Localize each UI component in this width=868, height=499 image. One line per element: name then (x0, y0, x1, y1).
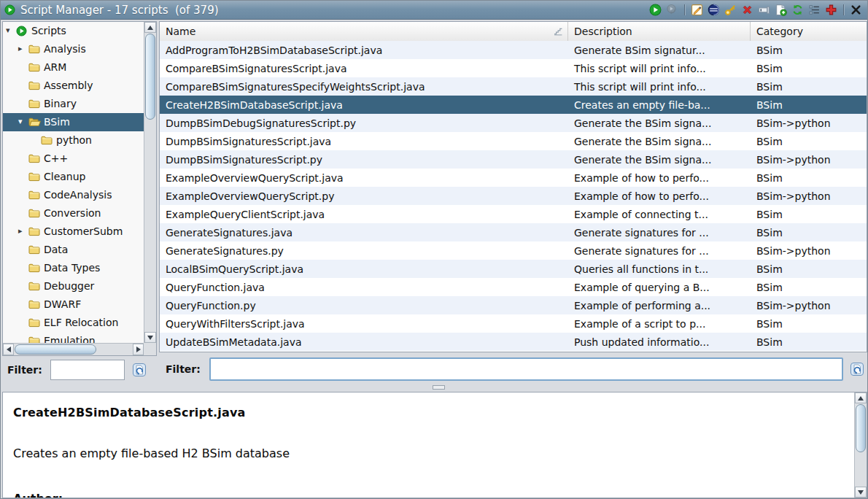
edit-in-eclipse-button[interactable] (707, 3, 721, 17)
cell-name: QueryFunction.java (160, 278, 568, 296)
table-row[interactable]: DumpBSimSignaturesScript.pyGenerate the … (160, 150, 867, 169)
tree-filter-input[interactable] (50, 360, 125, 380)
detail-vertical-scrollbar[interactable] (854, 392, 867, 498)
tree-item-analysis[interactable]: ▸Analysis (3, 40, 144, 58)
table-row[interactable]: GenerateSignatures.javaGenerate signatur… (160, 223, 867, 241)
tree-item-dwarf[interactable]: DWARF (3, 295, 144, 314)
script-description-panel: CreateH2BSimDatabaseScript.java Creates … (2, 392, 867, 498)
tree-item-bsim[interactable]: ▾BSim (3, 113, 144, 131)
folder-icon (28, 244, 40, 255)
script-directories-icon (808, 4, 821, 16)
delete-script-button[interactable] (740, 3, 754, 17)
assign-key-binding-button[interactable] (724, 3, 737, 17)
tree-item-label: C++ (44, 152, 68, 164)
titlebar[interactable]: Script Manager - 17 scripts (of 379) (1, 1, 867, 20)
cell-description: Example of querying a B... (568, 278, 751, 296)
table-row[interactable]: CompareBSimSignaturesSpecifyWeightsScrip… (160, 77, 867, 96)
table-row[interactable]: UpdateBSimMetadata.javaPush updated info… (160, 333, 867, 351)
scroll-down-button[interactable] (855, 487, 867, 498)
tree-filter-bar: Filter: (1, 356, 158, 383)
tree-item-python[interactable]: python (3, 131, 144, 150)
table-row[interactable]: DumpBSimDebugSignaturesScript.pyGenerate… (160, 114, 867, 132)
table-row[interactable]: QueryFunction.javaExample of querying a … (160, 278, 867, 296)
tree-item-data-types[interactable]: Data Types (3, 259, 144, 277)
cell-description: This script will print info... (568, 77, 751, 96)
tree-item-arm[interactable]: ARM (3, 58, 144, 77)
cell-description: Example of connecting t... (568, 205, 751, 223)
collapse-icon[interactable]: ▾ (6, 26, 10, 35)
tree-item-elf-relocation[interactable]: ELF Relocation (3, 314, 144, 332)
tree-scrollbar-thumb[interactable] (145, 34, 155, 120)
tree-item-assembly[interactable]: Assembly (3, 77, 144, 95)
tree-item-customersubm[interactable]: ▸CustomerSubm (3, 223, 144, 241)
table-row[interactable]: QueryWithFiltersScript.javaExample of a … (160, 314, 867, 333)
new-script-button[interactable] (774, 3, 788, 17)
scroll-up-button[interactable] (144, 22, 156, 33)
tree-item-c[interactable]: C++ (3, 150, 144, 168)
splitter[interactable] (1, 383, 867, 392)
tree-item-scripts[interactable]: ▾Scripts (3, 22, 144, 40)
tree-item-emulation[interactable]: Emulation (3, 332, 144, 343)
tree-item-cleanup[interactable]: Cleanup (3, 168, 144, 186)
refresh-scripts-icon (791, 4, 804, 16)
cell-category: BSim->python (751, 150, 867, 169)
tree-item-codeanalysis[interactable]: CodeAnalysis (3, 186, 144, 204)
table-row[interactable]: ExampleOverviewQueryScript.javaExample o… (160, 169, 867, 187)
column-header-name[interactable]: Name (160, 22, 568, 41)
tree-item-label: CodeAnalysis (44, 189, 112, 201)
cell-name: CompareBSimSignaturesSpecifyWeightsScrip… (160, 77, 568, 96)
table-row[interactable]: LocalBSimQueryScript.javaQueries all fun… (160, 260, 867, 278)
scrollbar-corner (144, 343, 156, 355)
tree-filter-options-button[interactable] (132, 363, 147, 377)
column-header-description[interactable]: Description (568, 22, 751, 41)
rerun-last-script-button[interactable] (665, 3, 679, 17)
folder-icon (28, 62, 40, 72)
cell-name: CreateH2BSimDatabaseScript.java (160, 96, 568, 114)
scroll-up-button[interactable] (855, 392, 867, 403)
window-title: Script Manager - 17 scripts (of 379) (20, 4, 219, 17)
titlebar-toolbar (648, 3, 867, 17)
rename-script-button[interactable] (757, 3, 771, 17)
tree-horizontal-scrollbar[interactable] (3, 343, 144, 355)
collapse-icon[interactable]: ▾ (18, 117, 23, 126)
tree-item-label: Conversion (44, 207, 101, 219)
table-row[interactable]: CreateH2BSimDatabaseScript.javaCreates a… (160, 96, 867, 114)
cell-description: Generate signatures for ... (568, 223, 751, 241)
triangle-down-icon (147, 336, 153, 340)
tree-item-data[interactable]: Data (3, 241, 144, 259)
tree-hscrollbar-thumb[interactable] (15, 344, 96, 355)
close-window-button[interactable] (849, 3, 863, 17)
table-row[interactable]: DumpBSimSignaturesScript.javaGenerate th… (160, 132, 867, 150)
tree-item-conversion[interactable]: Conversion (3, 204, 144, 223)
scroll-right-button[interactable] (133, 344, 144, 355)
run-script-button[interactable] (648, 3, 662, 17)
cell-description: Generate the BSim signa... (568, 114, 751, 132)
table-row[interactable]: ExampleQueryClientScript.javaExample of … (160, 205, 867, 223)
script-directories-button[interactable] (807, 3, 821, 17)
table-filter-input[interactable] (209, 357, 843, 381)
column-header-category[interactable]: Category (751, 22, 867, 41)
folder-icon (41, 135, 53, 145)
tree-vertical-scrollbar[interactable] (144, 22, 156, 343)
scroll-down-button[interactable] (144, 332, 156, 343)
expand-icon[interactable]: ▸ (18, 227, 23, 236)
scroll-left-button[interactable] (3, 344, 14, 355)
table-row[interactable]: QueryFunction.pyExample of performing a.… (160, 296, 867, 314)
cell-category: BSim->python (751, 296, 867, 314)
expand-icon[interactable]: ▸ (18, 45, 23, 53)
detail-scrollbar-thumb[interactable] (856, 404, 866, 452)
refresh-scripts-button[interactable] (791, 3, 805, 17)
table-row[interactable]: AddProgramToH2BSimDatabaseScript.javaGen… (160, 41, 867, 59)
table-row[interactable]: GenerateSignatures.pyGenerate signatures… (160, 241, 867, 260)
cell-category: BSim (751, 260, 867, 278)
table-row[interactable]: CompareBSimSignaturesScript.javaThis scr… (160, 59, 867, 77)
table-filter-options-button[interactable] (850, 362, 864, 376)
edit-script-button[interactable] (690, 3, 704, 17)
tree-item-debugger[interactable]: Debugger (3, 277, 144, 295)
api-help-button[interactable] (824, 3, 838, 17)
splitter-handle-icon[interactable] (433, 385, 445, 390)
table-row[interactable]: ExampleOverviewQueryScript.pyExample of … (160, 187, 867, 205)
cell-category: BSim (751, 333, 867, 351)
tree-item-binary[interactable]: Binary (3, 95, 144, 113)
tree-item-label: CustomerSubm (44, 225, 123, 237)
